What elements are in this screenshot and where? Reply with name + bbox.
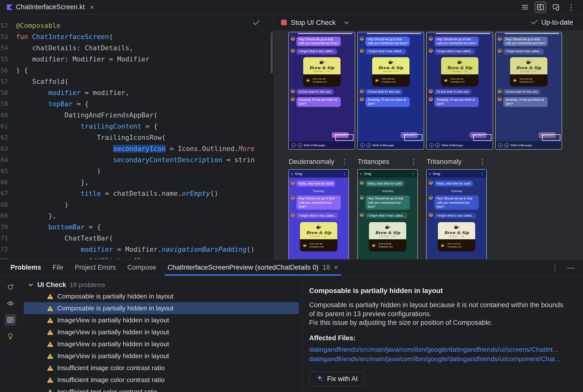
message-input-bar[interactable]: +☺Write A Message bbox=[358, 141, 424, 149]
problem-item-label: ImageView is partially hidden in layout bbox=[57, 340, 169, 348]
code-line[interactable]: 53fun ChatInterfaceScreen( bbox=[0, 31, 274, 42]
fix-with-ai-button[interactable]: Fix with AI bbox=[309, 372, 364, 386]
avatar bbox=[498, 97, 502, 101]
code-editor[interactable]: 52@Composable53fun ChatInterfaceScreen(5… bbox=[0, 14, 274, 259]
editor-scrollbar-thumb[interactable] bbox=[270, 32, 273, 74]
chevron-down-icon[interactable] bbox=[28, 282, 34, 288]
chat-bubble: Haha, next time for sure! bbox=[365, 180, 404, 186]
code-line[interactable]: 68 ) bbox=[0, 199, 274, 210]
code-line[interactable]: 54 chatDetails: ChatDetails, bbox=[0, 42, 274, 54]
card-line-2: brew&sip.com bbox=[379, 245, 393, 248]
code-line[interactable]: 59 topBar = { bbox=[0, 98, 274, 110]
chat-preview[interactable]: Hey! Should we go to that cafe you menti… bbox=[289, 32, 355, 149]
avatar bbox=[360, 48, 364, 53]
affected-file-link[interactable]: datingandfriends/src/main/java/com/ibm/g… bbox=[309, 354, 570, 364]
kebab-icon[interactable]: ⋮ bbox=[412, 172, 415, 176]
code-line[interactable]: 69 }, bbox=[0, 210, 274, 221]
problem-item[interactable]: Composable is partially hidden in layout bbox=[24, 302, 299, 314]
chat-bubble: Hey! Should we go to that cafe you menti… bbox=[297, 196, 341, 210]
tab-chatinterfacescreenpreview[interactable]: ChatInterfaceScreenPreview (sortedChatDe… bbox=[168, 260, 338, 276]
problem-item[interactable]: ImageView is partially hidden in layout bbox=[24, 326, 299, 338]
structure-lines-icon[interactable] bbox=[519, 2, 531, 13]
emoji-icon[interactable]: ☺ bbox=[435, 143, 440, 148]
code-line[interactable]: 66 }, bbox=[0, 176, 274, 188]
emoji-icon[interactable]: ☺ bbox=[366, 143, 371, 148]
tab-close-icon[interactable]: × bbox=[90, 4, 94, 11]
minimize-icon[interactable]: — bbox=[567, 264, 574, 271]
stop-ui-check-button[interactable]: Stop UI Check bbox=[281, 19, 336, 26]
emoji-icon[interactable]: ☺ bbox=[504, 143, 509, 148]
back-icon[interactable]: ‹ bbox=[360, 172, 362, 175]
chat-preview[interactable]: ‹Greg⋮Haha, next time for sure!Yesterday… bbox=[289, 170, 349, 259]
kebab-icon[interactable]: ⋮ bbox=[341, 158, 349, 166]
code-line[interactable]: 60 DatingAndFriendsAppBar( bbox=[0, 110, 274, 121]
problem-item[interactable]: Composable is partially hidden in layout bbox=[24, 290, 299, 302]
write-message-input[interactable]: Write A Message bbox=[373, 144, 394, 147]
code-line[interactable]: 62 TrailingIconsRow( bbox=[0, 132, 274, 143]
kebab-icon[interactable]: ⋮ bbox=[343, 172, 346, 176]
code-line[interactable]: 56) { bbox=[0, 65, 274, 76]
write-message-input[interactable]: Write A Message bbox=[442, 144, 463, 147]
code-line[interactable]: 70 bottomBar = { bbox=[0, 221, 274, 232]
split-editor-icon[interactable] bbox=[535, 2, 546, 13]
attach-icon[interactable]: + bbox=[429, 143, 434, 148]
kebab-icon[interactable]: ⋮ bbox=[479, 158, 486, 166]
back-icon[interactable]: ‹ bbox=[429, 172, 431, 175]
chat-preview[interactable]: ‹Greg⋮Haha, next time for sure!Yesterday… bbox=[427, 170, 486, 259]
emoji-icon[interactable]: ☺ bbox=[298, 143, 302, 148]
message-input-bar[interactable]: +☺Write A Message bbox=[496, 141, 561, 149]
quick-fix-bulb-icon[interactable] bbox=[5, 330, 16, 342]
code-line[interactable]: 73 onAddClick = {} bbox=[0, 255, 274, 259]
tab-file[interactable]: File bbox=[53, 264, 64, 271]
line-number: 69 bbox=[0, 210, 16, 221]
attach-icon[interactable]: + bbox=[498, 143, 503, 148]
chat-preview[interactable]: ‹Greg⋮Haha, next time for sure!Yesterday… bbox=[358, 170, 417, 259]
code-line[interactable]: 55 modifier: Modifier = Modifier bbox=[0, 54, 274, 65]
write-message-input[interactable]: Write A Message bbox=[304, 144, 325, 147]
code-line[interactable]: 57 Scaffold( bbox=[0, 76, 274, 87]
chat-bubble: Hey! Should we go to that cafe you menti… bbox=[503, 36, 548, 46]
tab-close-icon[interactable]: × bbox=[334, 264, 338, 271]
problem-item[interactable]: Insufficient image color contrast ratio bbox=[24, 362, 299, 374]
code-line[interactable]: 71 ChatTextBar( bbox=[0, 232, 274, 244]
problem-item[interactable]: Insufficient text color contrast ratio bbox=[24, 386, 299, 392]
tab-compose[interactable]: Compose bbox=[127, 264, 156, 271]
attach-icon[interactable]: + bbox=[360, 143, 365, 148]
message-input-bar[interactable]: +☺Write A Message bbox=[289, 141, 355, 149]
message-input-bar[interactable]: +☺Write A Message bbox=[427, 141, 493, 149]
code-line[interactable]: 52@Composable bbox=[0, 20, 274, 31]
device-preview-icon[interactable] bbox=[550, 2, 561, 13]
code-line[interactable]: 64 secondaryContentDescription = strin bbox=[0, 154, 274, 166]
problem-item[interactable]: ImageView is partially hidden in layout bbox=[24, 314, 299, 326]
problem-item[interactable]: ImageView is partially hidden in layout bbox=[24, 350, 299, 362]
chat-messages: Hey! Should we go to that cafe you menti… bbox=[427, 34, 493, 141]
refresh-icon[interactable] bbox=[5, 281, 16, 293]
problems-group[interactable]: UI Check 18 problems bbox=[21, 279, 302, 290]
code-line[interactable]: 67 title = chatDetails.name.orEmpty() bbox=[0, 188, 274, 199]
inspections-ok-icon[interactable] bbox=[253, 20, 260, 26]
details-view-icon[interactable] bbox=[5, 314, 16, 326]
back-icon[interactable]: ‹ bbox=[291, 172, 293, 175]
chat-preview[interactable]: Hey! Should we go to that cafe you menti… bbox=[427, 32, 493, 149]
affected-file-link[interactable]: datingandfriends/src/main/java/com/ibm/g… bbox=[309, 345, 570, 354]
code-line[interactable]: 65 ) bbox=[0, 166, 274, 176]
more-options-icon[interactable]: ⋮ bbox=[565, 2, 577, 13]
more-options-icon[interactable]: ⋮ bbox=[551, 264, 559, 271]
chat-preview[interactable]: Hey! Should we go to that cafe you menti… bbox=[358, 32, 424, 149]
problem-item[interactable]: Insufficient image color contrast ratio bbox=[24, 374, 299, 386]
eye-icon[interactable] bbox=[5, 298, 16, 309]
card-logo: Brew & SipCOFFEE + CO bbox=[438, 222, 475, 239]
write-message-input[interactable]: Write A Message bbox=[510, 144, 532, 147]
tab-project-errors[interactable]: Project Errors bbox=[75, 264, 116, 271]
code-line[interactable]: 72 modifier = Modifier.navigationBarsPad… bbox=[0, 244, 274, 255]
code-line[interactable]: 58 modifier = modifier, bbox=[0, 87, 274, 98]
problem-item[interactable]: ImageView is partially hidden in layout bbox=[24, 338, 299, 350]
kebab-icon[interactable]: ⋮ bbox=[410, 158, 417, 166]
attach-icon[interactable]: + bbox=[291, 143, 296, 148]
kebab-icon[interactable]: ⋮ bbox=[480, 172, 484, 176]
code-line[interactable]: 63 secondaryIcon = Icons.Outlined.More bbox=[0, 143, 274, 154]
editor-tab[interactable]: ChatInterfaceScreen.kt × bbox=[0, 0, 100, 14]
chat-preview[interactable]: Hey! Should we go to that cafe you menti… bbox=[496, 32, 561, 149]
code-line[interactable]: 61 trailingContent = { bbox=[0, 121, 274, 132]
chevron-down-icon[interactable] bbox=[343, 20, 350, 26]
